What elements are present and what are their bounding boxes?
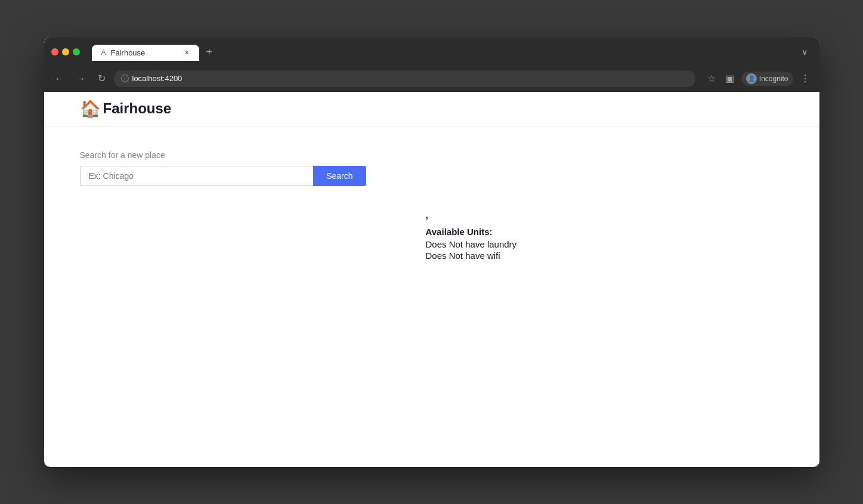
active-tab[interactable]: A Fairhouse ×: [92, 45, 199, 61]
address-info-icon: ⓘ: [121, 73, 129, 84]
forward-button[interactable]: →: [73, 72, 89, 85]
page-header: 🏠 Fairhouse: [44, 92, 819, 126]
reload-button[interactable]: ↻: [94, 72, 109, 85]
address-url: localhost:4200: [132, 74, 183, 83]
address-bar[interactable]: ⓘ localhost:4200: [114, 70, 695, 87]
menu-button[interactable]: ⋮: [798, 72, 812, 85]
minimize-traffic-light[interactable]: [62, 48, 69, 55]
search-label: Search for a new place: [80, 150, 784, 160]
maximize-traffic-light[interactable]: [73, 48, 80, 55]
close-traffic-light[interactable]: [51, 48, 58, 55]
page-content: 🏠 Fairhouse Search for a new place Searc…: [44, 92, 819, 450]
new-tab-button[interactable]: +: [202, 44, 218, 61]
tab-favicon: A: [101, 48, 106, 57]
incognito-label: Incognito: [759, 75, 788, 83]
bookmark-button[interactable]: ☆: [705, 72, 718, 85]
browser-actions: ☆ ▣ 👤 Incognito ⋮: [705, 72, 812, 86]
logo: 🏠 Fairhouse: [80, 99, 172, 119]
result-comma: ,: [426, 210, 784, 221]
logo-house-icon: 🏠: [80, 99, 101, 119]
tab-close-button[interactable]: ×: [184, 48, 189, 57]
traffic-lights: [51, 48, 80, 55]
result-area: , Available Units: Does Not have laundry…: [426, 210, 784, 261]
result-available-units: Available Units:: [426, 227, 784, 237]
tab-dropdown-button[interactable]: ∨: [797, 45, 812, 59]
search-row: Search: [80, 166, 366, 186]
browser-titlebar: A Fairhouse × + ∨: [44, 38, 819, 67]
logo-text: Fairhouse: [103, 100, 172, 117]
tabs-button[interactable]: ▣: [723, 72, 737, 85]
page-main: Search for a new place Search , Availabl…: [44, 126, 819, 286]
search-button[interactable]: Search: [313, 166, 366, 186]
browser-chrome: A Fairhouse × + ∨ ← → ↻ ⓘ localhost:4200…: [44, 38, 819, 92]
tab-bar: A Fairhouse × +: [92, 44, 792, 61]
browser-window: A Fairhouse × + ∨ ← → ↻ ⓘ localhost:4200…: [44, 38, 819, 467]
browser-addressbar: ← → ↻ ⓘ localhost:4200 ☆ ▣ 👤 Incognito ⋮: [44, 67, 819, 92]
incognito-button[interactable]: 👤 Incognito: [741, 72, 793, 86]
incognito-avatar-icon: 👤: [746, 73, 757, 84]
tab-title: Fairhouse: [111, 48, 180, 57]
result-wifi: Does Not have wifi: [426, 251, 784, 261]
search-input[interactable]: [80, 166, 314, 186]
back-button[interactable]: ←: [51, 72, 68, 85]
result-laundry: Does Not have laundry: [426, 239, 784, 249]
